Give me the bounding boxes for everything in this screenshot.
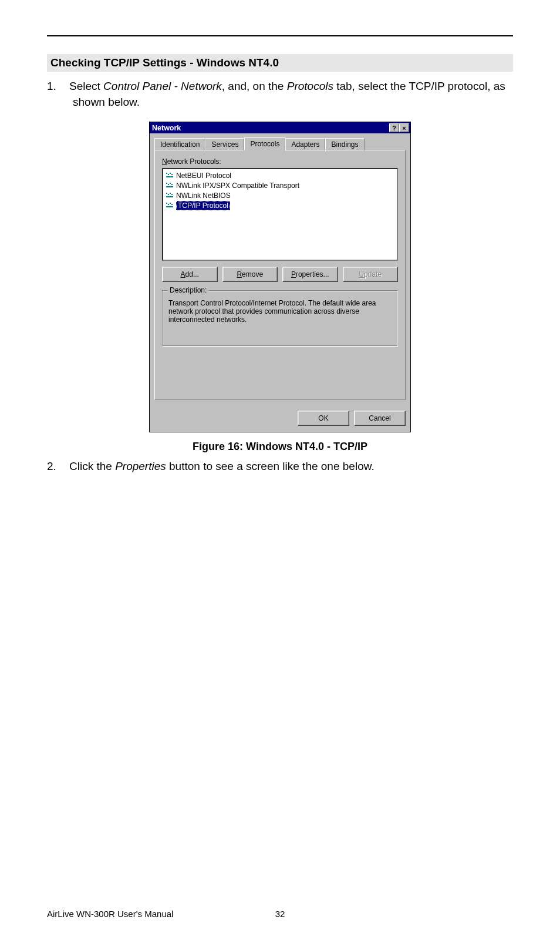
add-button[interactable]: Add... <box>162 267 218 282</box>
titlebar-text: Network <box>152 124 181 132</box>
tab-identification[interactable]: Identification <box>154 138 205 151</box>
step-2-number: 2. <box>47 459 69 475</box>
tab-services[interactable]: Services <box>205 138 244 151</box>
list-item[interactable]: NWLink NetBIOS <box>164 190 396 200</box>
step-1-text-b: , and, on the <box>222 80 287 92</box>
tab-bindings[interactable]: Bindings <box>325 138 364 151</box>
update-button: Update <box>343 267 399 282</box>
label-rest: etwork Protocols: <box>167 157 221 166</box>
network-dialog: Network ? × Identification Services Prot… <box>149 122 411 432</box>
ok-button[interactable]: OK <box>298 411 349 426</box>
properties-button[interactable]: Properties... <box>282 267 338 282</box>
btn-label: dd... <box>185 270 199 278</box>
btn-label: roperties... <box>296 270 329 278</box>
step-2-em: Properties <box>115 460 166 472</box>
step-1-text-a: Select <box>69 80 103 92</box>
btn-label: emove <box>242 270 263 278</box>
figure-caption: Figure 16: Windows NT4.0 - TCP/IP <box>47 441 513 453</box>
protocol-icon <box>166 192 174 200</box>
close-button[interactable]: × <box>399 123 409 132</box>
step-2-text-b: button to see a screen like the one belo… <box>166 460 375 472</box>
remove-button[interactable]: Remove <box>222 267 278 282</box>
help-button[interactable]: ? <box>389 123 399 132</box>
list-item-label: TCP/IP Protocol <box>176 201 230 210</box>
tab-adapters[interactable]: Adapters <box>285 138 325 151</box>
footer-text: AirLive WN-300R User's Manual <box>47 909 173 919</box>
description-legend: Description: <box>167 286 209 294</box>
tab-strip: Identification Services Protocols Adapte… <box>154 137 406 150</box>
accel: A <box>181 270 185 278</box>
list-item[interactable]: NetBEUI Protocol <box>164 170 396 180</box>
list-item-label: NWLink NetBIOS <box>176 192 231 200</box>
top-rule <box>47 35 513 36</box>
description-groupbox: Description: Transport Control Protocol/… <box>162 290 398 347</box>
section-heading: Checking TCP/IP Settings - Windows NT4.0 <box>47 54 513 72</box>
step-2: 2.Click the Properties button to see a s… <box>47 459 513 475</box>
list-item-selected[interactable]: TCP/IP Protocol <box>164 200 396 210</box>
step-1-em1: Control Panel - Network <box>103 80 222 92</box>
titlebar[interactable]: Network ? × <box>150 122 410 133</box>
protocol-icon <box>166 172 174 180</box>
protocol-icon <box>166 202 174 210</box>
network-dialog-figure: Network ? × Identification Services Prot… <box>149 122 411 432</box>
step-1: 1.Select Control Panel - Network, and, o… <box>47 79 513 110</box>
list-item[interactable]: NWLink IPX/SPX Compatible Transport <box>164 180 396 190</box>
tab-protocols[interactable]: Protocols <box>244 137 285 150</box>
list-item-label: NWLink IPX/SPX Compatible Transport <box>176 182 299 190</box>
protocols-panel: Network Protocols: NetBEUI Protocol NWLi… <box>154 150 406 400</box>
description-text: Transport Control Protocol/Internet Prot… <box>168 299 392 324</box>
btn-label: pdate <box>364 270 382 278</box>
protocol-icon <box>166 182 174 190</box>
accel: U <box>359 270 364 278</box>
page-number: 32 <box>275 909 285 919</box>
step-1-number: 1. <box>47 79 69 95</box>
accel: R <box>237 270 242 278</box>
cancel-button[interactable]: Cancel <box>354 411 406 426</box>
list-item-label: NetBEUI Protocol <box>176 172 231 180</box>
step-2-text-a: Click the <box>69 460 115 472</box>
accel: P <box>291 270 296 278</box>
step-1-em2: Protocols <box>287 80 333 92</box>
protocols-listbox[interactable]: NetBEUI Protocol NWLink IPX/SPX Compatib… <box>162 168 398 261</box>
label-accel: N <box>162 157 167 166</box>
close-icon: × <box>402 125 406 132</box>
help-icon: ? <box>392 125 396 132</box>
network-protocols-label: Network Protocols: <box>162 157 398 166</box>
